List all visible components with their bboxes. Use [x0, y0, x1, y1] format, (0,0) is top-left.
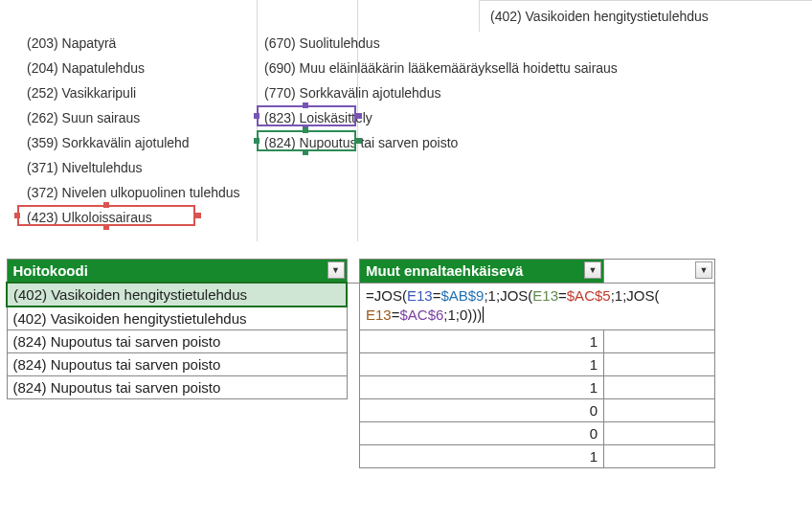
empty-cell[interactable]	[604, 330, 715, 353]
code-cell[interactable]: (824) Nupoutus tai sarven poisto	[7, 376, 347, 399]
cell-a7[interactable]: (372) Nivelen ulkopuolinen tulehdus	[23, 182, 244, 203]
header-muut[interactable]: Muut ennaltaehkäisevä ▼	[360, 260, 604, 284]
value-cell[interactable]: 0	[360, 399, 604, 422]
range-marker-green[interactable]	[257, 130, 356, 151]
code-cell[interactable]: (402) Vasikoiden hengitystietulehdus	[7, 306, 347, 330]
code-cell[interactable]: (824) Nupoutus tai sarven poisto	[7, 330, 347, 353]
cell-b3[interactable]: (770) Sorkkavälin ajotulehdus	[260, 82, 444, 103]
formula-cell[interactable]: =JOS(E13=$AB$9;1;JOS(E13=$AC$5;1;JOS(E13…	[360, 283, 715, 330]
filter-table: Hoitokoodi ▼ Muut ennaltaehkäisevä ▼ ▼ (…	[6, 259, 715, 468]
range-marker-purple[interactable]	[257, 105, 356, 126]
header-muut-label: Muut ennaltaehkäisevä	[366, 262, 523, 279]
code-cell[interactable]	[7, 399, 347, 422]
cell-a6[interactable]: (371) Niveltulehdus	[23, 157, 147, 178]
range-marker-red[interactable]	[17, 205, 195, 226]
upper-grid: (402) Vasikoiden hengitystietulehdus (20…	[0, 0, 812, 241]
formula-ref-e13-1: E13	[407, 287, 433, 304]
cell-a5[interactable]: (359) Sorkkavälin ajotulehd	[23, 132, 193, 153]
formula-prefix: =JOS(	[366, 287, 407, 304]
top-right-cell[interactable]: (402) Vasikoiden hengitystietulehdus	[486, 6, 712, 27]
filter-dropdown-icon[interactable]: ▼	[584, 261, 601, 279]
formula-ref-e13-2: E13	[532, 287, 558, 304]
value-cell[interactable]: 1	[360, 353, 604, 376]
value-cell[interactable]: 0	[360, 422, 604, 445]
value-cell[interactable]: 1	[360, 330, 604, 353]
code-cell[interactable]	[7, 445, 347, 468]
header-hoitokoodi-label: Hoitokoodi	[13, 262, 88, 279]
code-cell[interactable]: (824) Nupoutus tai sarven poisto	[7, 353, 347, 376]
code-cell[interactable]: (402) Vasikoiden hengitystietulehdus	[7, 283, 347, 306]
formula-ref-ac6: $AC$6	[399, 306, 443, 323]
empty-cell[interactable]	[604, 445, 715, 468]
formula-ref-ac5: $AC$5	[567, 287, 611, 304]
header-blank[interactable]: ▼	[604, 260, 715, 284]
formula-ref-e13-3: E13	[366, 306, 392, 323]
empty-cell[interactable]	[604, 376, 715, 399]
formula-ref-ab9: $AB$9	[440, 287, 484, 304]
header-hoitokoodi[interactable]: Hoitokoodi ▼	[7, 260, 347, 284]
cell-a4[interactable]: (262) Suun sairaus	[23, 107, 144, 128]
filter-dropdown-icon[interactable]: ▼	[327, 261, 345, 279]
cell-b2[interactable]: (690) Muu eläinlääkärin lääkemääräyksell…	[260, 57, 621, 79]
cell-a1[interactable]: (203) Napatyrä	[23, 33, 120, 54]
value-cell[interactable]: 1	[360, 445, 604, 468]
empty-cell[interactable]	[604, 353, 715, 376]
cell-a2[interactable]: (204) Napatulehdus	[23, 57, 148, 79]
empty-cell[interactable]	[604, 422, 715, 445]
code-cell[interactable]	[7, 422, 347, 445]
value-cell[interactable]: 1	[360, 376, 604, 399]
cell-a3[interactable]: (252) Vasikkaripuli	[23, 82, 140, 103]
empty-cell[interactable]	[604, 399, 715, 422]
filter-dropdown-icon[interactable]: ▼	[695, 261, 712, 279]
cell-b1[interactable]: (670) Suolitulehdus	[260, 33, 384, 54]
